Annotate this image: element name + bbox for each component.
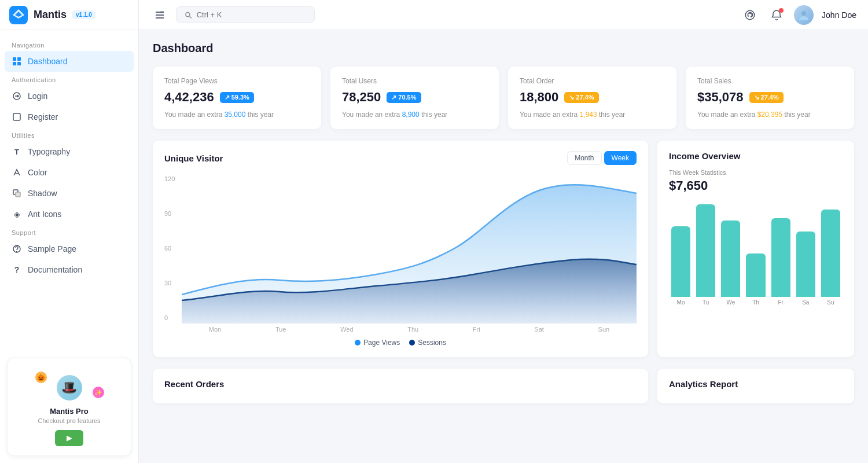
y-label-30: 30 [164, 280, 182, 286]
sidebar-navigation: Navigation Dashboard Authentication Logi… [0, 30, 138, 351]
sidebar-item-sample-page[interactable]: Sample Page [0, 238, 138, 259]
income-total: $7,650 [669, 178, 843, 193]
sidebar-item-login-label: Login [28, 91, 47, 101]
stat-note-value-page-views: 35,000 [225, 111, 246, 119]
bar-group-sa: Sa [796, 232, 815, 306]
stat-badge-users: ↗ 70.5% [387, 92, 421, 103]
x-label-sun: Sun [598, 326, 610, 333]
svg-point-16 [186, 12, 190, 16]
bar-sa [796, 232, 815, 297]
color-icon [12, 167, 22, 178]
legend-dot-page-views [355, 340, 361, 346]
stat-label-sales: Total Sales [697, 77, 843, 85]
bar-group-tu: Tu [696, 204, 715, 306]
github-button[interactable] [741, 6, 759, 24]
stat-note-sales: You made an extra $20,395 this year [697, 111, 843, 119]
search-box[interactable] [176, 6, 315, 23]
sidebar-item-documentation[interactable]: ? Documentation [0, 259, 138, 280]
stat-note-users: You made an extra 8,900 this year [342, 111, 487, 119]
period-month-button[interactable]: Month [567, 151, 601, 165]
sidebar-item-dashboard-label: Dashboard [28, 57, 68, 66]
notification-badge [779, 8, 784, 13]
login-icon [12, 91, 22, 101]
stat-badge-sales: ↘ 27.4% [749, 92, 784, 103]
main-area: John Doe Dashboard Total Page Views 4,42… [139, 0, 868, 463]
search-icon [185, 11, 192, 19]
analytics-report-card: Analytics Report [657, 369, 854, 403]
x-label-mon: Mon [209, 326, 221, 333]
svg-rect-9 [16, 192, 20, 197]
sidebar-item-dashboard[interactable]: Dashboard [5, 51, 134, 72]
sidebar: Mantis v1.1.0 Navigation Dashboard Authe… [0, 0, 139, 463]
search-input[interactable] [197, 10, 306, 19]
svg-rect-3 [13, 62, 16, 65]
sidebar-item-shadow[interactable]: Shadow [0, 183, 138, 204]
x-axis: Mon Tue Wed Thu Fri Sat Sun [182, 326, 637, 333]
period-toggle: Month Week [567, 151, 637, 165]
sidebar-item-sample-page-label: Sample Page [28, 244, 76, 253]
stat-label-page-views: Total Page Views [164, 77, 310, 85]
promo-subtitle: Checkout pro features [17, 417, 122, 424]
sidebar-item-register[interactable]: Register [0, 106, 138, 127]
area-chart-svg [182, 173, 637, 324]
menu-toggle-button[interactable] [150, 6, 169, 24]
main-content: Dashboard Total Page Views 4,42,236 ↗ 59… [139, 30, 868, 463]
svg-point-18 [801, 11, 806, 16]
stat-value-page-views: 4,42,236 [164, 90, 214, 105]
bar-group-fr: Fr [771, 218, 790, 306]
y-label-120: 120 [164, 175, 182, 182]
stat-note-orders: You made an extra 1,943 this year [520, 111, 665, 119]
sidebar-item-register-label: Register [28, 112, 58, 122]
bar-label-sa: Sa [802, 299, 809, 306]
sidebar-item-ant-icons[interactable]: ◈ Ant Icons [0, 204, 138, 225]
nav-section-support: Support [0, 225, 138, 238]
logo-icon [9, 6, 28, 24]
version-badge: v1.1.0 [72, 10, 95, 19]
sidebar-item-typography-label: Typography [28, 147, 70, 156]
x-label-wed: Wed [340, 326, 353, 333]
stat-value-orders: 18,800 [520, 90, 558, 105]
legend-label-sessions: Sessions [418, 339, 446, 347]
notifications-button[interactable] [767, 6, 786, 24]
shadow-icon [12, 188, 22, 199]
y-label-0: 0 [164, 314, 182, 321]
nav-section-navigation: Navigation [0, 37, 138, 51]
bottom-row: Recent Orders Analytics Report [153, 369, 854, 403]
recent-orders-card: Recent Orders [153, 369, 648, 403]
sidebar-item-login[interactable]: Login [0, 86, 138, 106]
documentation-icon: ? [12, 264, 22, 275]
app-name: Mantis [34, 9, 67, 21]
stat-card-orders: Total Order 18,800 ↘ 27.4% You made an e… [508, 67, 676, 129]
stat-card-sales: Total Sales $35,078 ↘ 27.4% You made an … [686, 67, 854, 129]
svg-point-11 [17, 252, 17, 252]
sidebar-item-color[interactable]: Color [0, 162, 138, 183]
promo-avatar-small-br: ✨ [91, 385, 105, 399]
sample-page-icon [12, 244, 22, 254]
stat-label-orders: Total Order [520, 77, 665, 85]
promo-card: 🎃 🎩 ✨ Mantis Pro Checkout pro features ▶ [7, 358, 131, 456]
legend-sessions: Sessions [409, 339, 446, 347]
sidebar-item-ant-icons-label: Ant Icons [28, 210, 61, 219]
stat-value-row-sales: $35,078 ↘ 27.4% [697, 90, 843, 105]
bar-group-we: We [721, 221, 740, 306]
svg-rect-2 [17, 57, 21, 61]
stat-card-page-views: Total Page Views 4,42,236 ↗ 59.3% You ma… [153, 67, 321, 129]
bar-su [821, 210, 840, 297]
promo-avatar-small-tl: 🎃 [34, 370, 48, 384]
promo-button[interactable]: ▶ [55, 430, 83, 446]
svg-rect-1 [13, 57, 16, 61]
stat-badge-page-views: ↗ 59.3% [220, 92, 254, 103]
x-label-tue: Tue [275, 326, 286, 333]
period-week-button[interactable]: Week [604, 151, 637, 165]
sidebar-item-color-label: Color [28, 168, 47, 177]
bar-label-su: Su [827, 299, 834, 306]
typography-icon: T [12, 146, 22, 157]
sidebar-item-typography[interactable]: T Typography [0, 141, 138, 162]
analytics-report-title: Analytics Report [669, 379, 738, 389]
bar-mo [671, 226, 690, 297]
bar-fr [771, 218, 790, 297]
stat-value-row-orders: 18,800 ↘ 27.4% [520, 90, 665, 105]
unique-visitor-card: Unique Visitor Month Week 120 90 60 30 0 [153, 141, 648, 357]
stat-badge-orders: ↘ 27.4% [564, 92, 598, 103]
stat-card-users: Total Users 78,250 ↗ 70.5% You made an e… [330, 67, 499, 129]
